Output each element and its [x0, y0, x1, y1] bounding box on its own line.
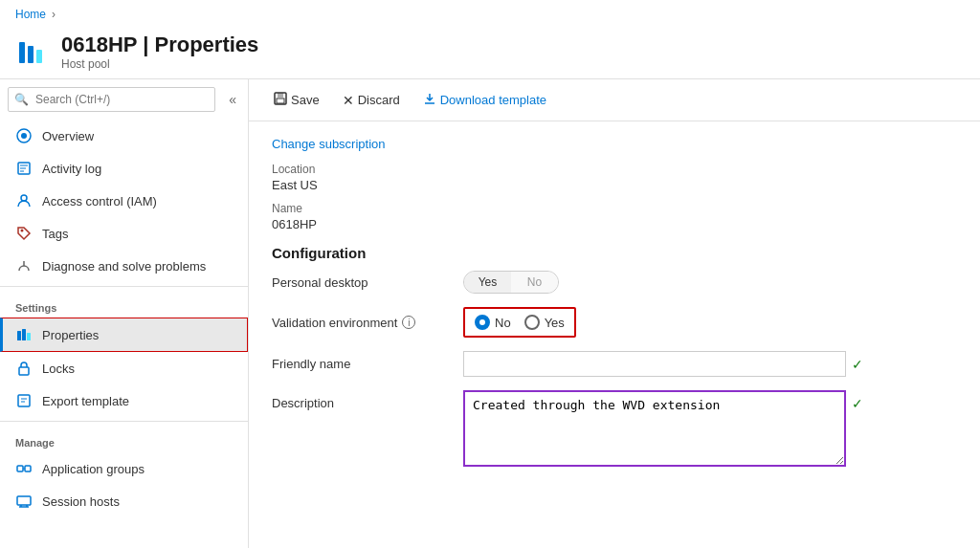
- svg-rect-12: [22, 329, 26, 340]
- resource-icon: [15, 34, 50, 69]
- page-title: 0618HP | Properties: [61, 33, 258, 57]
- name-field: Name 0618HP: [272, 202, 957, 231]
- validation-env-row: Validation environment i No Yes: [272, 307, 957, 338]
- breadcrumb: Home ›: [0, 0, 980, 29]
- svg-rect-19: [25, 466, 31, 471]
- change-subscription-link[interactable]: Change subscription: [272, 137, 386, 151]
- properties-icon: [15, 326, 33, 343]
- validation-env-no-label: No: [495, 316, 511, 330]
- search-icon: 🔍: [14, 93, 29, 106]
- divider-manage: [0, 421, 248, 422]
- sidebar-item-export-label: Export template: [42, 394, 129, 408]
- sidebar-item-iam-label: Access control (IAM): [42, 194, 157, 208]
- save-icon: [274, 92, 287, 108]
- svg-rect-21: [17, 496, 31, 505]
- svg-point-9: [21, 195, 27, 201]
- breadcrumb-home[interactable]: Home: [15, 8, 46, 21]
- download-template-button[interactable]: Download template: [413, 87, 556, 113]
- save-button[interactable]: Save: [264, 87, 329, 113]
- personal-desktop-control: Yes No: [463, 271, 957, 294]
- sidebar-item-app-groups-label: Application groups: [42, 462, 145, 476]
- download-icon: [423, 92, 436, 108]
- svg-rect-0: [19, 42, 25, 63]
- configuration-title: Configuration: [272, 245, 957, 261]
- sidebar-item-activity-log[interactable]: Activity log: [0, 152, 248, 185]
- discard-button[interactable]: ✕ Discard: [333, 88, 410, 113]
- description-control: ✓: [463, 390, 957, 467]
- sidebar-item-locks-label: Locks: [42, 362, 75, 376]
- toolbar: Save ✕ Discard Download template: [249, 79, 980, 121]
- location-value: East US: [272, 178, 957, 192]
- svg-point-10: [21, 230, 24, 232]
- search-container: 🔍: [8, 87, 215, 112]
- location-field: Location East US: [272, 163, 957, 192]
- manage-section-label: Manage: [0, 426, 248, 452]
- discard-label: Discard: [358, 93, 400, 107]
- sidebar-item-session-hosts[interactable]: Session hosts: [0, 485, 248, 517]
- sidebar-item-tags[interactable]: Tags: [0, 217, 248, 250]
- validation-env-no-radio[interactable]: [475, 315, 490, 330]
- sidebar-item-locks[interactable]: Locks: [0, 352, 248, 384]
- personal-desktop-row: Personal desktop Yes No: [272, 271, 957, 294]
- validation-env-no-option[interactable]: No: [475, 315, 511, 330]
- sidebar-item-application-groups[interactable]: Application groups: [0, 452, 248, 485]
- location-label: Location: [272, 163, 957, 176]
- friendly-name-check-icon: ✓: [852, 357, 863, 372]
- sidebar-item-properties[interactable]: Properties: [0, 318, 248, 352]
- sidebar-item-properties-label: Properties: [42, 328, 99, 342]
- friendly-name-row: Friendly name ✓: [272, 351, 957, 377]
- collapse-button[interactable]: «: [223, 90, 242, 109]
- sidebar-item-export-template[interactable]: Export template: [0, 384, 248, 417]
- personal-desktop-label: Personal desktop: [272, 275, 463, 290]
- validation-env-yes-radio[interactable]: [524, 315, 540, 330]
- content-area: Save ✕ Discard Download template Change …: [249, 79, 980, 548]
- personal-desktop-toggle[interactable]: Yes No: [463, 271, 559, 294]
- svg-rect-2: [36, 50, 42, 63]
- description-input[interactable]: [463, 390, 846, 467]
- friendly-name-input[interactable]: [463, 351, 846, 377]
- sidebar-item-activity-label: Activity log: [42, 162, 101, 176]
- sidebar: 🔍 « Overview Activity log Access control…: [0, 79, 249, 548]
- page-subtitle: Host pool: [61, 57, 258, 71]
- settings-section-label: Settings: [0, 291, 248, 318]
- description-row: Description ✓: [272, 390, 957, 467]
- overview-icon: [15, 127, 33, 144]
- page-header: 0618HP | Properties Host pool: [0, 29, 980, 78]
- page-header-text: 0618HP | Properties Host pool: [61, 33, 258, 71]
- breadcrumb-sep: ›: [52, 8, 56, 21]
- locks-icon: [15, 360, 33, 377]
- validation-env-radio-group: No Yes: [463, 307, 576, 338]
- personal-desktop-yes[interactable]: Yes: [464, 272, 511, 293]
- sidebar-item-access-control[interactable]: Access control (IAM): [0, 185, 248, 217]
- app-groups-icon: [15, 460, 33, 477]
- svg-rect-27: [277, 99, 284, 103]
- validation-env-yes-label: Yes: [545, 316, 565, 330]
- sidebar-item-overview-label: Overview: [42, 129, 94, 143]
- session-hosts-icon: [15, 493, 33, 510]
- svg-rect-18: [17, 466, 23, 471]
- diagnose-icon: [15, 257, 33, 274]
- validation-env-label: Validation environment i: [272, 316, 463, 330]
- sidebar-item-session-hosts-label: Session hosts: [42, 494, 120, 509]
- validation-env-yes-option[interactable]: Yes: [524, 315, 565, 330]
- validation-info-icon[interactable]: i: [402, 316, 415, 329]
- sidebar-item-diagnose-label: Diagnose and solve problems: [42, 259, 206, 274]
- name-label: Name: [272, 202, 957, 215]
- svg-point-4: [21, 133, 27, 139]
- save-label: Save: [291, 93, 320, 107]
- search-input[interactable]: [8, 87, 215, 112]
- personal-desktop-no[interactable]: No: [511, 272, 558, 293]
- svg-rect-15: [18, 395, 30, 406]
- svg-rect-11: [17, 331, 21, 340]
- export-template-icon: [15, 392, 33, 409]
- tags-icon: [15, 225, 33, 242]
- activity-log-icon: [15, 160, 33, 177]
- access-icon: [15, 192, 33, 209]
- svg-rect-13: [27, 333, 31, 340]
- validation-env-control: No Yes: [463, 307, 957, 338]
- divider-settings: [0, 286, 248, 287]
- sidebar-item-overview[interactable]: Overview: [0, 120, 248, 152]
- sidebar-item-diagnose[interactable]: Diagnose and solve problems: [0, 250, 248, 282]
- content-body: Change subscription Location East US Nam…: [249, 121, 980, 548]
- svg-rect-26: [278, 93, 283, 98]
